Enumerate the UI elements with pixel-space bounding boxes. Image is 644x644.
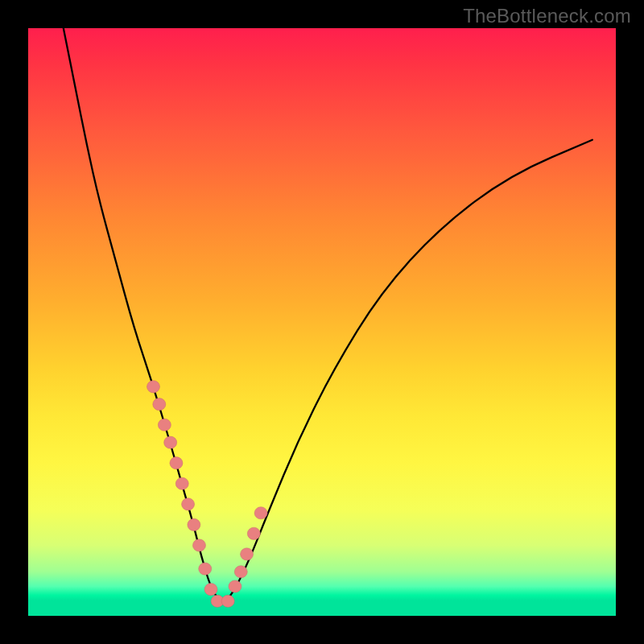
marker-point — [204, 584, 217, 596]
marker-point — [175, 477, 188, 489]
marker-point — [182, 498, 195, 510]
marker-point — [158, 419, 171, 431]
marker-point — [188, 518, 200, 530]
bottleneck-curve-path — [64, 28, 592, 601]
marker-point — [170, 457, 183, 469]
marker-point — [234, 566, 247, 578]
marker-point — [247, 527, 260, 539]
chart-frame: TheBottleneck.com — [0, 0, 644, 644]
marker-point — [164, 436, 177, 448]
marker-group — [147, 381, 267, 608]
marker-point — [221, 595, 234, 607]
marker-point — [192, 539, 205, 551]
marker-point — [229, 580, 242, 592]
chart-svg — [28, 28, 616, 616]
marker-point — [147, 381, 159, 393]
plot-area — [28, 28, 616, 616]
marker-point — [199, 563, 212, 575]
marker-point — [153, 398, 166, 411]
marker-point — [254, 507, 267, 519]
watermark-text: TheBottleneck.com — [463, 5, 631, 27]
marker-point — [241, 548, 254, 560]
